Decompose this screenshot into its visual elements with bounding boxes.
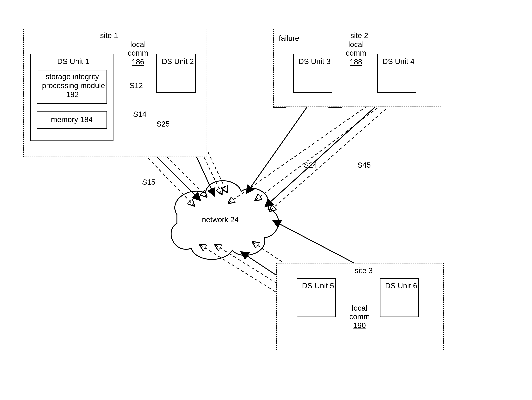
slice-s24-ds4: [256, 95, 395, 200]
site-2-title: site 2: [350, 31, 368, 40]
network-label: network 24: [202, 215, 239, 224]
slice-s14-ds4: [229, 95, 383, 203]
label-s14: S14: [133, 110, 146, 119]
link-ds4-cloud: [265, 94, 390, 206]
module-line1: storage integrity: [45, 72, 99, 81]
label-s45: S45: [357, 161, 371, 169]
slice-s45-ds4: [270, 95, 402, 211]
label-s15: S15: [142, 178, 155, 186]
site-3-title: site 3: [355, 266, 373, 275]
memory-label: memory 184: [51, 115, 93, 124]
module-line2: processing module: [42, 81, 105, 90]
local-comm-186-label: local comm 186: [128, 40, 148, 66]
ds-unit-4-title: DS Unit 4: [382, 57, 415, 66]
label-s25: S25: [156, 120, 170, 128]
label-s24: S24: [304, 161, 317, 169]
link-ds3-cloud: [247, 94, 316, 193]
module-ref: 182: [66, 90, 79, 99]
ds-unit-1-title: DS Unit 1: [57, 57, 89, 66]
ds-unit-6-title: DS Unit 6: [385, 281, 417, 290]
local-comm-190-label: local comm 190: [349, 304, 370, 330]
label-s12: S12: [130, 81, 143, 90]
ds-unit-2-title: DS Unit 2: [162, 57, 194, 66]
failure-label: failure: [279, 34, 299, 43]
local-comm-188-label: local comm 188: [346, 40, 366, 66]
ds-unit-3-title: DS Unit 3: [298, 57, 331, 66]
ds-unit-5-title: DS Unit 5: [302, 281, 334, 290]
site-1-title: site 1: [100, 31, 118, 40]
